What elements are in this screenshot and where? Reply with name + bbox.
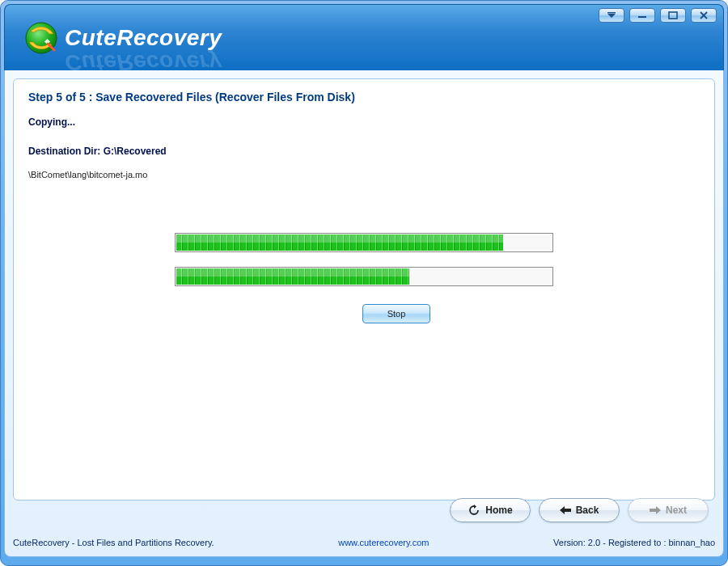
destination-row: Destination Dir: G:\Recovered [28, 146, 700, 157]
file-progress-fill [176, 234, 503, 251]
back-button[interactable]: Back [539, 498, 620, 522]
progress-area: Stop [14, 233, 714, 323]
svg-marker-10 [560, 506, 571, 514]
arrow-left-icon [560, 506, 571, 514]
next-button: Next [628, 498, 709, 522]
file-progress-bar [175, 233, 553, 252]
app-title: CuteRecovery CuteRecovery [65, 25, 222, 51]
svg-rect-5 [638, 16, 646, 18]
app-title-text: CuteRecovery [65, 25, 222, 50]
overall-progress-bar [175, 267, 553, 286]
arrow-right-icon [650, 506, 661, 514]
svg-rect-6 [669, 12, 677, 19]
nav-row: Home Back Next [450, 498, 709, 522]
destination-value: G:\Recovered [104, 146, 167, 157]
status-left: CuteRecovery - Lost Files and Partitions… [13, 538, 214, 547]
status-right: Version: 2.0 - Registered to : binnan_ha… [553, 538, 715, 547]
dropdown-button[interactable] [599, 8, 624, 23]
destination-label: Destination Dir: [28, 146, 104, 157]
window-controls [599, 8, 717, 23]
close-button[interactable] [691, 8, 717, 23]
title-bar: CuteRecovery CuteRecovery [4, 4, 724, 70]
maximize-button[interactable] [660, 8, 686, 23]
svg-marker-3 [607, 14, 616, 18]
refresh-icon [468, 505, 480, 516]
wizard-frame: Step 5 of 5 : Save Recovered Files (Reco… [13, 78, 715, 501]
content-panel: Step 5 of 5 : Save Recovered Files (Reco… [4, 70, 724, 557]
back-button-label: Back [576, 505, 599, 516]
next-button-label: Next [666, 505, 687, 516]
app-logo-icon [23, 19, 60, 57]
home-button-label: Home [485, 505, 512, 516]
status-label: Copying... [28, 116, 700, 128]
svg-marker-11 [650, 506, 661, 514]
status-bar: CuteRecovery - Lost Files and Partitions… [13, 534, 715, 551]
step-title: Step 5 of 5 : Save Recovered Files (Reco… [28, 91, 700, 103]
overall-progress-fill [176, 268, 409, 285]
svg-rect-4 [607, 12, 616, 13]
current-file-path: \BitComet\lang\bitcomet-ja.mo [28, 170, 700, 180]
home-button[interactable]: Home [450, 498, 531, 522]
minimize-button[interactable] [629, 8, 655, 23]
app-window: CuteRecovery CuteRecovery Step 5 of 5 : … [0, 0, 728, 566]
stop-button[interactable]: Stop [362, 304, 430, 323]
status-url-link[interactable]: www.cuterecovery.com [338, 538, 429, 547]
svg-marker-9 [474, 505, 476, 509]
